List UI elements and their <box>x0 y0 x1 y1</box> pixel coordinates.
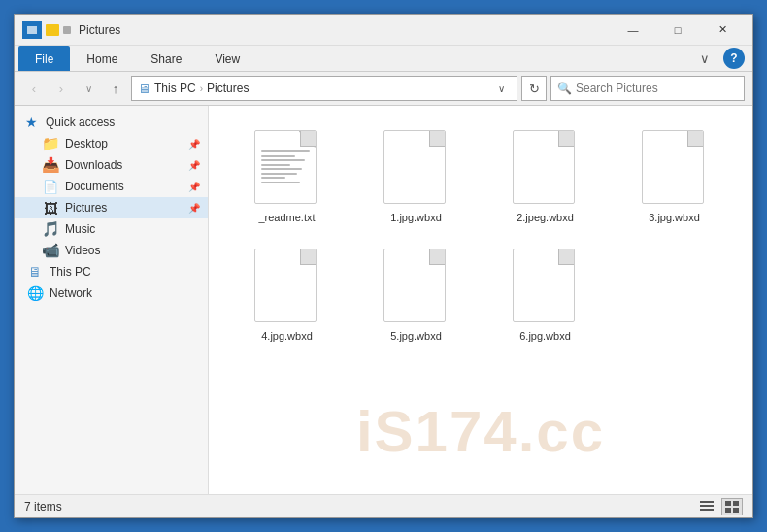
sidebar-item-documents[interactable]: 📄 Documents 📌 <box>15 176 208 197</box>
file-name: 4.jpg.wbxd <box>261 330 313 342</box>
downloads-label: Downloads <box>65 158 122 172</box>
search-input[interactable] <box>576 82 738 95</box>
window-icon-arrow <box>63 26 71 34</box>
list-item[interactable]: 3.jpg.wbxd <box>612 121 737 230</box>
tab-home[interactable]: Home <box>70 46 134 71</box>
pin-icon: 📌 <box>188 139 200 150</box>
minimize-button[interactable]: — <box>611 15 655 46</box>
window-icon-yellow <box>46 24 59 36</box>
view-toggle <box>696 498 743 515</box>
svg-rect-4 <box>733 501 739 506</box>
sidebar-item-videos[interactable]: 📹 Videos <box>15 240 208 261</box>
quick-access-label: Quick access <box>46 116 115 129</box>
path-pc-icon: 🖥 <box>138 82 150 96</box>
large-icons-view-button[interactable] <box>721 498 743 515</box>
address-bar: ‹ › ∨ ↑ 🖥 This PC › Pictures ∨ ↻ 🔍 <box>15 72 752 106</box>
list-item[interactable]: 2.jpeg.wbxd <box>483 121 608 230</box>
up-button[interactable]: ↑ <box>104 77 127 100</box>
file-name: 2.jpeg.wbxd <box>517 212 574 223</box>
details-view-button[interactable] <box>696 498 717 515</box>
explorer-window: Pictures — □ ✕ File Home Share View ∨ ? … <box>14 14 753 518</box>
file-icon-5 <box>384 249 450 326</box>
svg-rect-1 <box>700 505 714 507</box>
title-bar: Pictures — □ ✕ <box>15 15 752 46</box>
folder-documents-icon: 📄 <box>42 179 59 194</box>
status-bar: 7 items <box>15 494 752 517</box>
sidebar-item-music[interactable]: 🎵 Music <box>15 218 208 240</box>
folder-downloads-icon: 📥 <box>42 157 59 173</box>
ribbon-tabs: File Home Share View <box>15 46 256 71</box>
sidebar-item-network[interactable]: 🌐 Network <box>15 283 208 304</box>
title-bar-icons <box>22 21 71 39</box>
list-item[interactable]: 6.jpg.wbxd <box>483 240 608 349</box>
file-name: _readme.txt <box>258 212 315 223</box>
svg-rect-5 <box>725 508 731 513</box>
list-item[interactable]: 4.jpg.wbxd <box>224 240 350 349</box>
path-separator-1: › <box>200 83 203 94</box>
file-name: 6.jpg.wbxd <box>519 330 571 342</box>
svg-rect-2 <box>700 509 714 511</box>
close-button[interactable]: ✕ <box>700 15 745 46</box>
tab-file[interactable]: File <box>18 46 70 71</box>
tab-view[interactable]: View <box>198 46 256 71</box>
svg-rect-3 <box>725 501 731 506</box>
file-name: 3.jpg.wbxd <box>649 212 700 223</box>
sidebar-item-quick-access[interactable]: ★ Quick access <box>15 112 208 133</box>
window-title: Pictures <box>79 23 611 37</box>
folder-videos-icon: 📹 <box>42 243 59 258</box>
recent-button[interactable]: ∨ <box>77 77 100 100</box>
list-item[interactable]: 1.jpg.wbxd <box>353 121 479 230</box>
pin-icon-dl: 📌 <box>188 160 200 171</box>
star-icon: ★ <box>22 115 40 130</box>
tab-share[interactable]: Share <box>134 46 198 71</box>
help-button[interactable]: ? <box>723 48 745 69</box>
window-icon-blue <box>22 21 42 39</box>
sidebar-item-pictures[interactable]: 🖼 Pictures 📌 <box>15 197 208 218</box>
folder-pictures-icon: 🖼 <box>42 200 59 216</box>
search-icon: 🔍 <box>557 82 572 95</box>
file-icon-txt <box>254 130 320 208</box>
sidebar: ★ Quick access 📁 Desktop 📌 📥 Downloads 📌 <box>15 106 209 494</box>
ribbon-collapse-icon[interactable]: ∨ <box>700 51 710 66</box>
pin-icon-pic: 📌 <box>188 203 200 214</box>
search-bar[interactable]: 🔍 <box>550 76 745 101</box>
file-name: 1.jpg.wbxd <box>390 212 442 223</box>
refresh-button[interactable]: ↻ <box>521 76 547 101</box>
music-label: Music <box>65 222 95 236</box>
documents-label: Documents <box>65 180 124 193</box>
files-grid: _readme.txt 1.jpg.wbxd <box>224 121 737 349</box>
svg-rect-6 <box>733 508 739 513</box>
path-pictures: Pictures <box>207 82 249 95</box>
pc-icon: 🖥 <box>26 264 44 280</box>
videos-label: Videos <box>65 244 100 257</box>
item-count: 7 items <box>24 500 62 514</box>
list-item[interactable]: _readme.txt <box>224 121 350 230</box>
file-icon-3 <box>642 130 708 208</box>
sidebar-item-desktop[interactable]: 📁 Desktop 📌 <box>15 133 208 154</box>
path-dropdown-icon[interactable]: ∨ <box>491 76 511 101</box>
file-area: iS174.cc <box>209 106 752 494</box>
path-this-pc: This PC <box>154 82 196 95</box>
window-controls: — □ ✕ <box>611 15 745 46</box>
forward-button[interactable]: › <box>50 77 73 100</box>
main-area: ★ Quick access 📁 Desktop 📌 📥 Downloads 📌 <box>15 106 752 494</box>
address-path[interactable]: 🖥 This PC › Pictures ∨ <box>131 76 517 101</box>
network-icon: 🌐 <box>26 285 44 301</box>
this-pc-label: This PC <box>50 265 91 279</box>
pictures-label: Pictures <box>65 201 107 215</box>
folder-desktop-icon: 📁 <box>42 136 59 151</box>
file-icon-2 <box>513 130 579 208</box>
back-button[interactable]: ‹ <box>22 77 46 100</box>
desktop-label: Desktop <box>65 137 108 150</box>
file-name: 5.jpg.wbxd <box>390 330 442 342</box>
list-item[interactable]: 5.jpg.wbxd <box>353 240 479 349</box>
sidebar-item-downloads[interactable]: 📥 Downloads 📌 <box>15 154 208 176</box>
file-icon-1 <box>384 130 450 208</box>
pin-icon-doc: 📌 <box>188 182 200 192</box>
maximize-button[interactable]: □ <box>655 15 700 46</box>
watermark: iS174.cc <box>356 398 605 465</box>
svg-rect-0 <box>700 501 714 503</box>
file-icon-6 <box>513 249 579 326</box>
sidebar-item-this-pc[interactable]: 🖥 This PC <box>15 261 208 283</box>
network-label: Network <box>50 286 92 300</box>
